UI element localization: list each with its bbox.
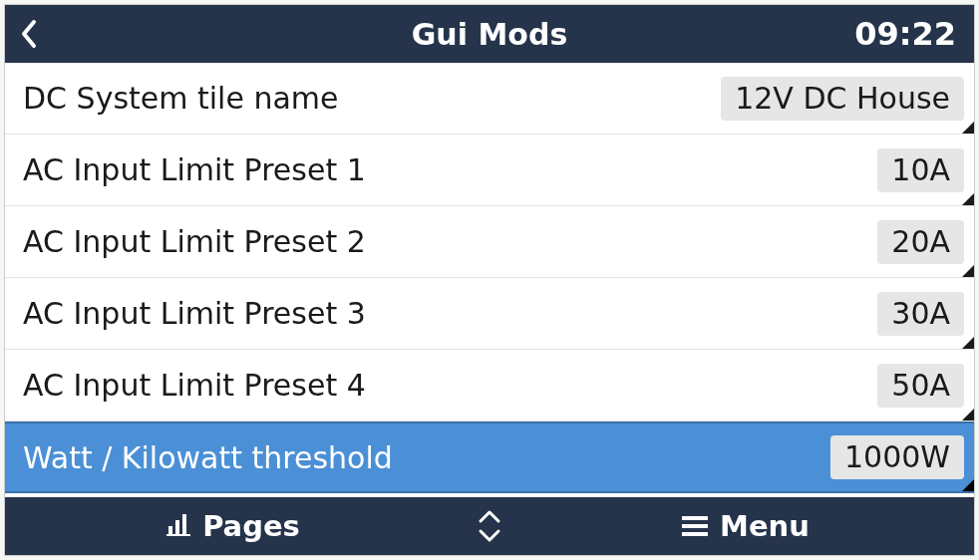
svg-rect-1 <box>175 520 179 534</box>
row-value: 50A <box>877 364 964 408</box>
row-dc-system-tile-name[interactable]: DC System tile name 12V DC House <box>5 63 974 135</box>
row-value: 10A <box>877 148 964 192</box>
row-ac-input-limit-preset-1[interactable]: AC Input Limit Preset 1 10A <box>5 135 974 206</box>
pages-label: Pages <box>202 509 300 543</box>
row-label: AC Input Limit Preset 1 <box>23 152 877 187</box>
svg-rect-4 <box>682 516 708 520</box>
menu-label: Menu <box>720 509 810 543</box>
page-title: Gui Mods <box>5 17 974 52</box>
bar-chart-icon <box>166 509 190 543</box>
row-value: 30A <box>877 292 964 336</box>
chevron-left-icon <box>19 18 39 50</box>
row-value: 20A <box>877 220 964 264</box>
row-ac-input-limit-preset-3[interactable]: AC Input Limit Preset 3 30A <box>5 278 974 350</box>
footer-bar: Pages Menu <box>5 497 974 555</box>
row-label: AC Input Limit Preset 4 <box>23 368 877 403</box>
row-watt-kilowatt-threshold[interactable]: Watt / Kilowatt threshold 1000W <box>5 421 974 493</box>
scroll-indicator <box>462 508 517 544</box>
svg-rect-3 <box>166 534 190 536</box>
editable-indicator-icon <box>962 265 974 277</box>
row-ac-input-limit-preset-2[interactable]: AC Input Limit Preset 2 20A <box>5 206 974 278</box>
chevron-up-down-icon <box>477 508 502 544</box>
row-value: 12V DC House <box>721 77 964 121</box>
header-bar: Gui Mods 09:22 <box>5 5 974 63</box>
pages-button[interactable]: Pages <box>5 509 462 543</box>
settings-list: DC System tile name 12V DC House AC Inpu… <box>5 63 974 497</box>
editable-indicator-icon <box>962 337 974 349</box>
row-label: AC Input Limit Preset 2 <box>23 224 877 259</box>
clock: 09:22 <box>854 15 956 53</box>
row-label: DC System tile name <box>23 81 721 116</box>
editable-indicator-icon <box>962 193 974 205</box>
svg-rect-2 <box>182 514 186 534</box>
hamburger-icon <box>682 509 708 543</box>
svg-rect-0 <box>168 526 172 534</box>
editable-indicator-icon <box>962 479 974 491</box>
svg-rect-5 <box>682 524 708 528</box>
menu-button[interactable]: Menu <box>517 509 974 543</box>
row-value: 1000W <box>830 435 964 479</box>
editable-indicator-icon <box>962 409 974 420</box>
editable-indicator-icon <box>962 122 974 134</box>
row-ac-input-limit-preset-4[interactable]: AC Input Limit Preset 4 50A <box>5 350 974 421</box>
back-button[interactable] <box>19 5 59 63</box>
svg-rect-6 <box>682 532 708 536</box>
row-label: AC Input Limit Preset 3 <box>23 296 877 331</box>
row-label: Watt / Kilowatt threshold <box>23 440 830 475</box>
